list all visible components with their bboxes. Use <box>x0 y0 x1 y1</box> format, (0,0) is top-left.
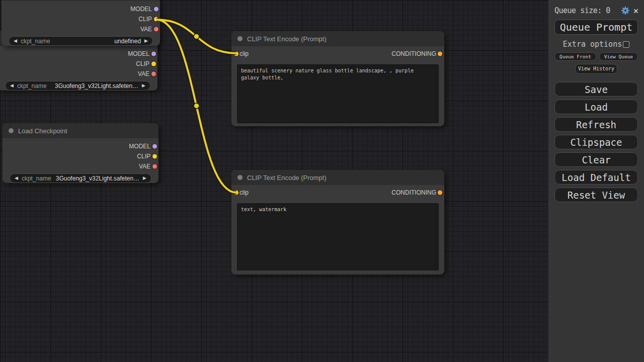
prev-arrow-icon[interactable]: ◀ <box>15 176 18 180</box>
node-title: CLIP Text Encode (Prompt) <box>247 35 327 43</box>
output-slot-clip: CLIP <box>3 151 158 161</box>
clear-button[interactable]: Clear <box>554 152 638 167</box>
close-icon[interactable]: ✕ <box>633 7 638 15</box>
output-slot-model: MODEL <box>0 49 157 59</box>
ckpt-name-widget[interactable]: ◀ ckpt_name 3Guofeng3_v32Light.safeten… … <box>5 81 150 90</box>
clip-output-dot[interactable] <box>152 154 157 159</box>
load-checkpoint-node-1[interactable]: MODEL CLIP VAE ◀ ckpt_name undefined ▶ <box>2 0 160 46</box>
node-titlebar[interactable]: CLIP Text Encode (Prompt) <box>231 31 444 46</box>
vae-output-dot[interactable] <box>154 27 158 32</box>
conditioning-output-dot[interactable] <box>438 52 442 56</box>
model-output-dot[interactable] <box>154 7 158 12</box>
queue-prompt-button[interactable]: Queue Prompt <box>554 20 638 35</box>
clip-wire-2-outline <box>156 20 236 193</box>
queue-size-label: Queue size: 0 <box>554 6 617 15</box>
extra-options-label: Extra options <box>563 40 622 49</box>
widget-value: 3Guofeng3_v32Light.safeten… <box>51 175 139 182</box>
ckpt-name-widget[interactable]: ◀ ckpt_name 3Guofeng3_v32Light.safeten… … <box>10 173 151 183</box>
output-label: VAE <box>140 26 152 33</box>
output-slot-vae: VAE <box>2 24 160 34</box>
input-label: clip <box>239 189 249 196</box>
settings-gear-icon[interactable] <box>621 6 630 15</box>
queue-actions-row: Queue Front View Queue <box>548 52 644 61</box>
load-checkpoint-node-3[interactable]: Load Checkpoint MODEL CLIP VAE ◀ ckpt_na… <box>3 123 158 183</box>
collapse-dot-icon[interactable] <box>9 128 14 133</box>
output-label: MODEL <box>130 6 152 13</box>
output-slot-model: MODEL <box>3 141 158 151</box>
output-label: VAE <box>138 70 149 77</box>
model-output-dot[interactable] <box>152 144 157 149</box>
node-titlebar[interactable]: Load Checkpoint <box>3 123 158 138</box>
reset-view-button[interactable]: Reset View <box>554 188 638 202</box>
clip-wire-1 <box>156 20 236 53</box>
view-history-button[interactable]: View History <box>575 64 617 74</box>
negative-prompt-textarea[interactable]: text, watermark <box>237 203 439 270</box>
vae-output-dot[interactable] <box>152 164 157 169</box>
ckpt-name-widget[interactable]: ◀ ckpt_name undefined ▶ <box>9 36 153 46</box>
refresh-button[interactable]: Refresh <box>554 117 638 132</box>
clipspace-button[interactable]: Clipspace <box>554 135 638 149</box>
output-label: CLIP <box>138 16 152 23</box>
output-slot-vae: VAE <box>0 69 157 79</box>
extra-options-row: Extra options <box>548 40 644 49</box>
collapse-dot-icon[interactable] <box>237 36 243 41</box>
view-queue-button[interactable]: View Queue <box>599 52 638 61</box>
clip-input-dot[interactable] <box>234 52 238 56</box>
next-arrow-icon[interactable]: ▶ <box>142 83 145 88</box>
widget-label: ckpt_name <box>22 175 51 182</box>
model-output-dot[interactable] <box>151 52 156 56</box>
node-titlebar[interactable]: CLIP Text Encode (Prompt) <box>231 170 444 185</box>
widget-value: 3Guofeng3_v32Light.safeten… <box>47 82 138 89</box>
output-label: CONDITIONING <box>391 189 436 196</box>
next-arrow-icon[interactable]: ▶ <box>144 39 148 43</box>
load-default-button[interactable]: Load Default <box>554 170 638 185</box>
output-label: CLIP <box>136 60 149 67</box>
collapse-dot-icon[interactable] <box>237 175 243 180</box>
prev-arrow-icon[interactable]: ◀ <box>14 39 17 43</box>
output-label: CONDITIONING <box>391 50 436 57</box>
link-midpoint-dot[interactable] <box>194 103 199 109</box>
output-label: CLIP <box>137 153 150 160</box>
clip-text-encode-node-1[interactable]: CLIP Text Encode (Prompt) clip CONDITION… <box>231 31 444 126</box>
output-slot-clip: CLIP <box>0 59 157 69</box>
extra-options-checkbox[interactable] <box>623 41 629 48</box>
widget-value: undefined <box>50 38 141 45</box>
input-label: clip <box>239 50 249 57</box>
comfy-menu: Queue size: 0 ✕ Queue Prompt Extra optio… <box>548 0 644 362</box>
menu-header: Queue size: 0 ✕ <box>554 6 638 15</box>
output-label: MODEL <box>128 50 149 57</box>
slot-row: clip CONDITIONING <box>231 49 444 59</box>
output-slot-model: MODEL <box>2 4 160 14</box>
clip-output-dot[interactable] <box>151 62 156 66</box>
output-label: MODEL <box>129 143 150 150</box>
positive-prompt-textarea[interactable]: beautiful scenery nature glass bottle la… <box>237 64 439 123</box>
load-button[interactable]: Load <box>554 100 638 114</box>
link-midpoint-dot[interactable] <box>194 34 199 39</box>
node-title: CLIP Text Encode (Prompt) <box>247 174 327 182</box>
clip-wire-1-outline <box>156 20 236 53</box>
clip-output-dot[interactable] <box>154 17 158 22</box>
output-slot-vae: VAE <box>3 161 158 171</box>
widget-label: ckpt_name <box>21 38 50 45</box>
queue-front-button[interactable]: Queue Front <box>554 52 596 61</box>
output-slot-clip: CLIP <box>2 14 160 24</box>
node-graph-canvas[interactable]: MODEL CLIP VAE ◀ ckpt_name 3Guofeng3_v32… <box>0 0 548 362</box>
save-button[interactable]: Save <box>554 82 638 97</box>
menu-button-list: Save Load Refresh Clipspace Clear Load D… <box>554 82 638 202</box>
clip-input-dot[interactable] <box>234 191 238 195</box>
node-title: Load Checkpoint <box>18 127 67 135</box>
slot-row: clip CONDITIONING <box>231 188 444 198</box>
vae-output-dot[interactable] <box>151 72 156 76</box>
prev-arrow-icon[interactable]: ◀ <box>10 83 14 88</box>
clip-text-encode-node-2[interactable]: CLIP Text Encode (Prompt) clip CONDITION… <box>231 170 444 275</box>
widget-label: ckpt_name <box>17 82 47 89</box>
clip-wire-2 <box>156 20 236 193</box>
output-label: VAE <box>139 163 150 170</box>
conditioning-output-dot[interactable] <box>438 191 442 195</box>
next-arrow-icon[interactable]: ▶ <box>143 176 146 180</box>
